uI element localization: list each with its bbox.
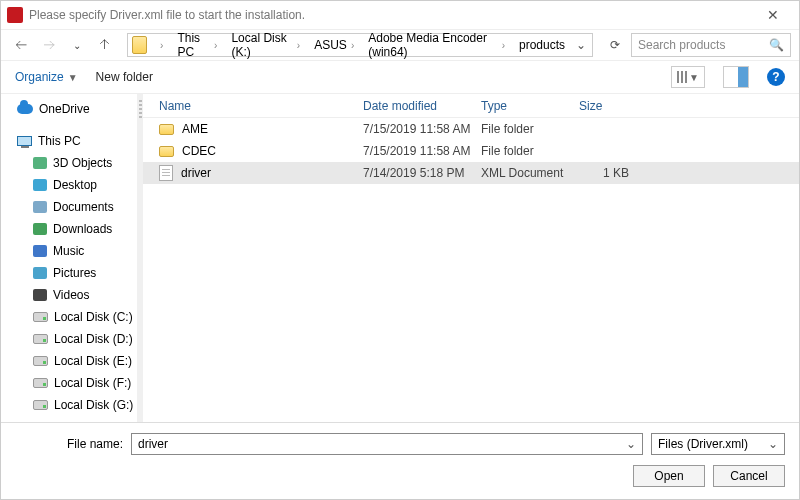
- filename-label: File name:: [15, 437, 123, 451]
- column-size[interactable]: Size: [579, 99, 639, 113]
- file-type-filter[interactable]: Files (Driver.xml) ⌄: [651, 433, 785, 455]
- forward-button[interactable]: 🡢: [37, 33, 61, 57]
- tree-item-videos[interactable]: Videos: [1, 284, 137, 306]
- new-folder-button[interactable]: New folder: [96, 70, 153, 84]
- refresh-button[interactable]: ⟳: [603, 33, 627, 57]
- chevron-down-icon[interactable]: ⌄: [626, 437, 636, 451]
- navbar: 🡠 🡢 ⌄ 🡡 › This PC› Local Disk (K:)› ASUS…: [1, 29, 799, 61]
- chevron-right-icon: ›: [293, 40, 304, 51]
- pictures-icon: [33, 267, 47, 279]
- drive-icon: [33, 312, 48, 322]
- dialog-body: OneDrive This PC 3D Objects Desktop Docu…: [1, 93, 799, 422]
- column-headers: Name Date modified Type Size: [143, 94, 799, 118]
- tree-item-drive-e[interactable]: Local Disk (E:): [1, 350, 137, 372]
- list-item[interactable]: driver 7/14/2019 5:18 PM XML Document 1 …: [143, 162, 799, 184]
- organize-menu[interactable]: Organize▼: [15, 70, 78, 84]
- cloud-icon: [17, 104, 33, 114]
- tree-item-thispc[interactable]: This PC: [1, 130, 137, 152]
- toolbar: Organize▼ New folder ▼ ?: [1, 61, 799, 93]
- documents-icon: [33, 201, 47, 213]
- chevron-right-icon: ›: [498, 40, 509, 51]
- objects-icon: [33, 157, 47, 169]
- list-item[interactable]: AME 7/15/2019 11:58 AM File folder: [143, 118, 799, 140]
- chevron-down-icon: ▼: [68, 72, 78, 83]
- column-type[interactable]: Type: [481, 99, 579, 113]
- music-icon: [33, 245, 47, 257]
- breadcrumb[interactable]: Adobe Media Encoder (win64)›: [363, 34, 514, 56]
- tree-item-drive-f[interactable]: Local Disk (F:): [1, 372, 137, 394]
- drive-icon: [33, 378, 48, 388]
- chevron-right-icon: ›: [210, 40, 221, 51]
- tree-item-downloads[interactable]: Downloads: [1, 218, 137, 240]
- tree-item-music[interactable]: Music: [1, 240, 137, 262]
- tree-item-onedrive[interactable]: OneDrive: [1, 98, 137, 120]
- chevron-right-icon: ›: [156, 40, 167, 51]
- folder-icon: [159, 124, 174, 135]
- column-name[interactable]: Name: [143, 99, 363, 113]
- search-icon: 🔍: [769, 38, 784, 52]
- close-icon[interactable]: ✕: [753, 7, 793, 23]
- list-item[interactable]: CDEC 7/15/2019 11:58 AM File folder: [143, 140, 799, 162]
- tree-item-drive-d[interactable]: Local Disk (D:): [1, 328, 137, 350]
- breadcrumb[interactable]: Local Disk (K:)›: [226, 34, 309, 56]
- desktop-icon: [33, 179, 47, 191]
- chevron-right-icon: ›: [347, 40, 358, 51]
- filename-input[interactable]: driver ⌄: [131, 433, 643, 455]
- recent-locations-button[interactable]: ⌄: [65, 33, 89, 57]
- tree-item-documents[interactable]: Documents: [1, 196, 137, 218]
- drive-icon: [33, 356, 48, 366]
- breadcrumb[interactable]: ASUS›: [309, 34, 363, 56]
- downloads-icon: [33, 223, 47, 235]
- drive-icon: [33, 334, 48, 344]
- chevron-down-icon: ▼: [689, 72, 699, 83]
- column-date[interactable]: Date modified: [363, 99, 481, 113]
- cancel-button[interactable]: Cancel: [713, 465, 785, 487]
- dialog-footer: File name: driver ⌄ Files (Driver.xml) ⌄…: [1, 422, 799, 499]
- file-icon: [159, 165, 173, 181]
- tree-item-drive-c[interactable]: Local Disk (C:): [1, 306, 137, 328]
- pc-icon: [17, 136, 32, 146]
- window-title: Please specify Driver.xml file to start …: [29, 8, 753, 22]
- nav-tree[interactable]: OneDrive This PC 3D Objects Desktop Docu…: [1, 94, 137, 422]
- up-button[interactable]: 🡡: [93, 33, 117, 57]
- videos-icon: [33, 289, 47, 301]
- address-dropdown[interactable]: ⌄: [570, 38, 592, 52]
- file-list: Name Date modified Type Size AME 7/15/20…: [143, 94, 799, 422]
- open-button[interactable]: Open: [633, 465, 705, 487]
- address-bar[interactable]: › This PC› Local Disk (K:)› ASUS› Adobe …: [127, 33, 593, 57]
- breadcrumb[interactable]: products: [514, 34, 570, 56]
- tree-item-drive-g[interactable]: Local Disk (G:): [1, 394, 137, 416]
- file-rows: AME 7/15/2019 11:58 AM File folder CDEC …: [143, 118, 799, 422]
- chevron-down-icon[interactable]: ⌄: [768, 437, 778, 451]
- breadcrumb[interactable]: This PC›: [172, 34, 226, 56]
- titlebar: Please specify Driver.xml file to start …: [1, 1, 799, 29]
- file-dialog: Please specify Driver.xml file to start …: [0, 0, 800, 500]
- search-input[interactable]: Search products 🔍: [631, 33, 791, 57]
- tree-item-desktop[interactable]: Desktop: [1, 174, 137, 196]
- tree-item-3dobjects[interactable]: 3D Objects: [1, 152, 137, 174]
- back-button[interactable]: 🡠: [9, 33, 33, 57]
- folder-icon: [132, 36, 147, 54]
- preview-pane-button[interactable]: [723, 66, 749, 88]
- folder-icon: [159, 146, 174, 157]
- search-placeholder: Search products: [638, 38, 725, 52]
- tree-item-pictures[interactable]: Pictures: [1, 262, 137, 284]
- app-icon: [7, 7, 23, 23]
- view-options-button[interactable]: ▼: [671, 66, 705, 88]
- drive-icon: [33, 400, 48, 410]
- help-button[interactable]: ?: [767, 68, 785, 86]
